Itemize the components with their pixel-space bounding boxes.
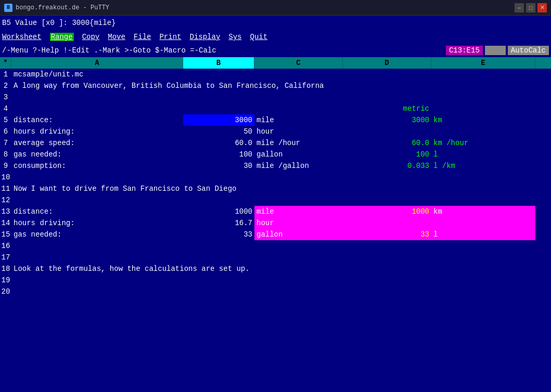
minimize-button[interactable]: − — [515, 3, 524, 12]
cell-9c: mile /gallon — [254, 160, 343, 172]
cell-3b — [183, 92, 254, 103]
cell-8b: 100 — [183, 149, 254, 160]
cell-7b: 60.0 — [183, 137, 254, 149]
cell-6c: hour — [254, 126, 343, 137]
col-header-b: B — [183, 57, 254, 69]
row-num: 10 — [0, 172, 11, 183]
cell-12e — [431, 194, 535, 206]
cell-10b — [183, 172, 254, 183]
row-num: 8 — [0, 149, 11, 160]
cell-11c — [447, 183, 535, 194]
table-row: 5 distance: 3000 mile 3000 km — [0, 114, 551, 126]
menu-display[interactable]: Display — [189, 33, 220, 41]
cell-17c — [254, 252, 343, 263]
putty-icon-label: B — [7, 5, 10, 10]
cell-5d: 3000 — [343, 114, 431, 126]
menu-sys[interactable]: Sys — [228, 33, 241, 41]
maximize-button[interactable]: □ — [526, 3, 535, 12]
cell-14b: 16.7 — [183, 217, 254, 229]
table-row: 13 distance: 1000 mile 1000 km — [0, 206, 551, 217]
col-header-d: D — [343, 57, 431, 69]
table-row: 3 — [0, 92, 551, 103]
row-num: 13 — [0, 206, 11, 217]
menu-quit[interactable]: Quit — [250, 33, 268, 41]
cell-11a: Now I want to drive from San Francisco t… — [11, 183, 376, 194]
cell-6d — [343, 126, 431, 137]
row-num: 9 — [0, 160, 11, 172]
cell-11b — [376, 183, 447, 194]
cell-1d — [343, 69, 431, 80]
cell-18a: Look at the formulas, how the calculatio… — [11, 263, 376, 275]
cell-12c — [254, 194, 343, 206]
col-header-a: A — [11, 57, 183, 69]
cell-19b — [183, 275, 254, 286]
cell-13b: 1000 — [183, 206, 254, 217]
cell-3d — [343, 92, 431, 103]
col-header-e: E — [431, 57, 535, 69]
menu-move[interactable]: Move — [108, 33, 125, 41]
cell-17e — [431, 252, 535, 263]
cell-2c — [395, 80, 483, 92]
cell-14d — [343, 217, 431, 229]
cell-16a — [11, 240, 183, 252]
cell-8c: gallon — [254, 149, 343, 160]
formula-bar: B5 Value [x0 ]: 3000{mile} — [0, 16, 551, 30]
cell-4b — [183, 103, 254, 114]
menu-file[interactable]: File — [134, 33, 151, 41]
table-row: 2 A long way from Vancouver, British Col… — [0, 80, 551, 92]
main-content: B5 Value [x0 ]: 3000{mile} Worksheet Ran… — [0, 16, 551, 392]
cell-5c: mile — [254, 114, 343, 126]
cell-2d — [483, 80, 551, 92]
cell-5e: km — [431, 114, 535, 126]
row-num: 12 — [0, 194, 11, 206]
titlebar-title: bongo.freakout.de - PuTTY — [16, 4, 109, 11]
cell-20d — [343, 286, 431, 297]
cell-19e — [431, 275, 535, 286]
menu-worksheet[interactable]: Worksheet — [2, 33, 42, 41]
column-headers: * A B C D E — [0, 57, 551, 69]
close-button[interactable]: ✕ — [537, 3, 547, 12]
shortcut-bar: /-Menu ?-Help !-Edit .-Mark >-Goto $-Mac… — [0, 44, 551, 57]
cell-10e — [431, 172, 535, 183]
table-row: 11 Now I want to drive from San Francisc… — [0, 183, 551, 194]
cell-14c: hour — [254, 217, 343, 229]
cell-7d: 60.0 — [343, 137, 431, 149]
cell-10d — [343, 172, 431, 183]
cell-19d — [343, 275, 431, 286]
menu-range[interactable]: Range — [50, 33, 74, 41]
cell-9d: 0.033 — [343, 160, 431, 172]
col-header-c: C — [254, 57, 343, 69]
row-num: 3 — [0, 92, 11, 103]
cell-1c — [254, 69, 343, 80]
formula-text: B5 Value [x0 ]: 3000{mile} — [2, 19, 116, 27]
cell-7a: average speed: — [11, 137, 183, 149]
cell-13a: distance: — [11, 206, 183, 217]
cell-reference: C13:E15 — [446, 46, 483, 55]
auto-calc-status: AutoCalc — [508, 46, 549, 55]
cell-13c: mile — [254, 206, 343, 217]
cell-15d: 33 — [343, 229, 431, 240]
titlebar-left: B bongo.freakout.de - PuTTY — [4, 4, 109, 12]
cell-1b — [183, 69, 254, 80]
cell-9e: l /km — [431, 160, 535, 172]
cell-4c — [254, 103, 343, 114]
putty-icon: B — [4, 4, 12, 12]
cell-6a: hours driving: — [11, 126, 183, 137]
cell-15a: gas needed: — [11, 229, 183, 240]
cell-18d — [535, 263, 551, 275]
menu-print[interactable]: Print — [159, 33, 181, 41]
cell-7e: km /hour — [431, 137, 535, 149]
row-num: 4 — [0, 103, 11, 114]
cell-19c — [254, 275, 343, 286]
cell-7c: mile /hour — [254, 137, 343, 149]
cell-17a — [11, 252, 183, 263]
table-row: 8 gas needed: 100 gallon 100 l — [0, 149, 551, 160]
row-num: 7 — [0, 137, 11, 149]
cell-20b — [183, 286, 254, 297]
menu-copy[interactable]: Copy — [82, 33, 100, 41]
cell-9a: consumption: — [11, 160, 183, 172]
rows-container: 1 mcsample/unit.mc 2 A long way from Van… — [0, 69, 551, 392]
cell-16e — [431, 240, 535, 252]
cell-3c — [254, 92, 343, 103]
row-num: 1 — [0, 69, 11, 80]
